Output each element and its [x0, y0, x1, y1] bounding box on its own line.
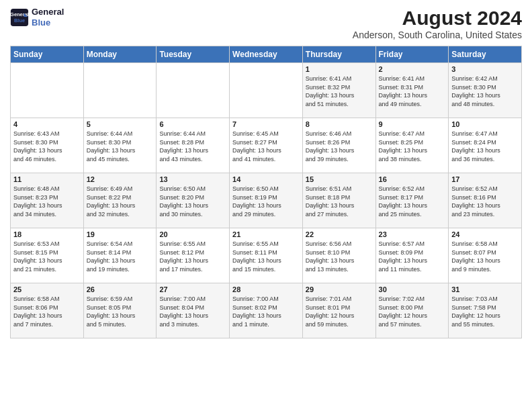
- day-number: 9: [379, 120, 446, 128]
- day-info: Sunrise: 6:51 AMSunset: 8:18 PMDaylight:…: [306, 185, 373, 218]
- logo-line1: General: [32, 7, 64, 17]
- main-title: August 2024: [353, 7, 522, 30]
- title-block: August 2024 Anderson, South Carolina, Un…: [353, 7, 522, 40]
- day-number: 22: [306, 230, 373, 238]
- day-header-friday: Friday: [375, 46, 449, 63]
- day-info: Sunrise: 6:54 AMSunset: 8:14 PMDaylight:…: [87, 240, 154, 273]
- day-cell: 7Sunrise: 6:45 AMSunset: 8:27 PMDaylight…: [230, 118, 303, 173]
- week-row-2: 4Sunrise: 6:43 AMSunset: 8:30 PMDaylight…: [11, 118, 522, 173]
- day-number: 16: [379, 175, 446, 183]
- day-cell: 22Sunrise: 6:56 AMSunset: 8:10 PMDayligh…: [302, 228, 375, 283]
- day-number: 19: [87, 230, 154, 238]
- day-info: Sunrise: 6:58 AMSunset: 8:07 PMDaylight:…: [451, 240, 519, 273]
- day-cell: 23Sunrise: 6:57 AMSunset: 8:09 PMDayligh…: [375, 228, 449, 283]
- day-info: Sunrise: 6:58 AMSunset: 8:06 PMDaylight:…: [13, 295, 81, 328]
- day-cell: [157, 63, 230, 118]
- day-number: 26: [87, 285, 154, 293]
- day-number: 21: [232, 230, 300, 238]
- day-cell: 4Sunrise: 6:43 AMSunset: 8:30 PMDaylight…: [11, 118, 84, 173]
- logo-line2: Blue: [32, 17, 64, 28]
- day-number: 25: [13, 285, 81, 293]
- day-header-sunday: Sunday: [11, 46, 84, 63]
- day-info: Sunrise: 6:44 AMSunset: 8:30 PMDaylight:…: [87, 130, 154, 163]
- day-cell: 28Sunrise: 7:00 AMSunset: 8:02 PMDayligh…: [230, 283, 303, 338]
- day-number: 23: [379, 230, 446, 238]
- week-row-1: 1Sunrise: 6:41 AMSunset: 8:32 PMDaylight…: [11, 63, 522, 118]
- day-number: 31: [451, 285, 519, 293]
- day-cell: 15Sunrise: 6:51 AMSunset: 8:18 PMDayligh…: [302, 173, 375, 228]
- week-row-4: 18Sunrise: 6:53 AMSunset: 8:15 PMDayligh…: [11, 228, 522, 283]
- day-cell: 2Sunrise: 6:41 AMSunset: 8:31 PMDaylight…: [375, 63, 449, 118]
- day-cell: 8Sunrise: 6:46 AMSunset: 8:26 PMDaylight…: [302, 118, 375, 173]
- day-info: Sunrise: 6:52 AMSunset: 8:17 PMDaylight:…: [379, 185, 446, 218]
- day-number: 20: [159, 230, 226, 238]
- day-cell: 16Sunrise: 6:52 AMSunset: 8:17 PMDayligh…: [375, 173, 449, 228]
- day-header-thursday: Thursday: [302, 46, 375, 63]
- day-number: 11: [13, 175, 81, 183]
- day-info: Sunrise: 6:45 AMSunset: 8:27 PMDaylight:…: [232, 130, 300, 163]
- logo: General Blue General Blue: [10, 7, 64, 28]
- day-info: Sunrise: 7:00 AMSunset: 8:04 PMDaylight:…: [159, 295, 226, 328]
- day-info: Sunrise: 6:50 AMSunset: 8:19 PMDaylight:…: [232, 185, 300, 218]
- calendar-table: SundayMondayTuesdayWednesdayThursdayFrid…: [10, 46, 522, 338]
- day-number: 15: [306, 175, 373, 183]
- day-cell: 30Sunrise: 7:02 AMSunset: 8:00 PMDayligh…: [375, 283, 449, 338]
- day-info: Sunrise: 6:47 AMSunset: 8:25 PMDaylight:…: [379, 130, 446, 163]
- day-cell: 13Sunrise: 6:50 AMSunset: 8:20 PMDayligh…: [157, 173, 230, 228]
- day-number: 12: [87, 175, 154, 183]
- day-cell: 12Sunrise: 6:49 AMSunset: 8:22 PMDayligh…: [83, 173, 157, 228]
- day-info: Sunrise: 6:42 AMSunset: 8:30 PMDaylight:…: [451, 75, 519, 108]
- day-header-tuesday: Tuesday: [157, 46, 230, 63]
- day-cell: 17Sunrise: 6:52 AMSunset: 8:16 PMDayligh…: [449, 173, 522, 228]
- day-number: 28: [232, 285, 300, 293]
- day-info: Sunrise: 7:01 AMSunset: 8:01 PMDaylight:…: [306, 295, 373, 328]
- svg-text:Blue: Blue: [14, 17, 25, 23]
- logo-text: General Blue: [32, 7, 64, 28]
- day-number: 10: [451, 120, 519, 128]
- day-info: Sunrise: 6:48 AMSunset: 8:23 PMDaylight:…: [13, 185, 81, 218]
- day-info: Sunrise: 6:57 AMSunset: 8:09 PMDaylight:…: [379, 240, 446, 273]
- day-cell: 25Sunrise: 6:58 AMSunset: 8:06 PMDayligh…: [11, 283, 84, 338]
- day-info: Sunrise: 6:44 AMSunset: 8:28 PMDaylight:…: [159, 130, 226, 163]
- page: General Blue General Blue August 2024 An…: [0, 0, 532, 411]
- day-cell: 27Sunrise: 7:00 AMSunset: 8:04 PMDayligh…: [157, 283, 230, 338]
- day-info: Sunrise: 7:03 AMSunset: 7:58 PMDaylight:…: [451, 295, 519, 328]
- subtitle: Anderson, South Carolina, United States: [353, 30, 522, 40]
- day-number: 1: [306, 65, 373, 73]
- day-info: Sunrise: 6:56 AMSunset: 8:10 PMDaylight:…: [306, 240, 373, 273]
- logo-icon: General Blue: [10, 8, 29, 27]
- day-info: Sunrise: 6:52 AMSunset: 8:16 PMDaylight:…: [451, 185, 519, 218]
- day-cell: [230, 63, 303, 118]
- day-info: Sunrise: 6:53 AMSunset: 8:15 PMDaylight:…: [13, 240, 81, 273]
- day-cell: 10Sunrise: 6:47 AMSunset: 8:24 PMDayligh…: [449, 118, 522, 173]
- day-info: Sunrise: 6:41 AMSunset: 8:32 PMDaylight:…: [306, 75, 373, 108]
- day-number: 18: [13, 230, 81, 238]
- day-cell: [83, 63, 157, 118]
- day-info: Sunrise: 6:59 AMSunset: 8:05 PMDaylight:…: [87, 295, 154, 328]
- day-cell: 3Sunrise: 6:42 AMSunset: 8:30 PMDaylight…: [449, 63, 522, 118]
- day-cell: 31Sunrise: 7:03 AMSunset: 7:58 PMDayligh…: [449, 283, 522, 338]
- day-cell: 29Sunrise: 7:01 AMSunset: 8:01 PMDayligh…: [302, 283, 375, 338]
- day-cell: 1Sunrise: 6:41 AMSunset: 8:32 PMDaylight…: [302, 63, 375, 118]
- day-number: 5: [87, 120, 154, 128]
- day-number: 27: [159, 285, 226, 293]
- day-info: Sunrise: 6:46 AMSunset: 8:26 PMDaylight:…: [306, 130, 373, 163]
- day-header-wednesday: Wednesday: [230, 46, 303, 63]
- day-cell: 18Sunrise: 6:53 AMSunset: 8:15 PMDayligh…: [11, 228, 84, 283]
- day-cell: 21Sunrise: 6:55 AMSunset: 8:11 PMDayligh…: [230, 228, 303, 283]
- day-cell: 20Sunrise: 6:55 AMSunset: 8:12 PMDayligh…: [157, 228, 230, 283]
- day-number: 13: [159, 175, 226, 183]
- day-number: 17: [451, 175, 519, 183]
- day-number: 7: [232, 120, 300, 128]
- day-info: Sunrise: 6:47 AMSunset: 8:24 PMDaylight:…: [451, 130, 519, 163]
- day-info: Sunrise: 7:00 AMSunset: 8:02 PMDaylight:…: [232, 295, 300, 328]
- week-row-5: 25Sunrise: 6:58 AMSunset: 8:06 PMDayligh…: [11, 283, 522, 338]
- day-info: Sunrise: 6:41 AMSunset: 8:31 PMDaylight:…: [379, 75, 446, 108]
- day-cell: 6Sunrise: 6:44 AMSunset: 8:28 PMDaylight…: [157, 118, 230, 173]
- day-info: Sunrise: 6:55 AMSunset: 8:11 PMDaylight:…: [232, 240, 300, 273]
- day-cell: [11, 63, 84, 118]
- day-info: Sunrise: 6:55 AMSunset: 8:12 PMDaylight:…: [159, 240, 226, 273]
- day-cell: 26Sunrise: 6:59 AMSunset: 8:05 PMDayligh…: [83, 283, 157, 338]
- day-cell: 24Sunrise: 6:58 AMSunset: 8:07 PMDayligh…: [449, 228, 522, 283]
- day-number: 24: [451, 230, 519, 238]
